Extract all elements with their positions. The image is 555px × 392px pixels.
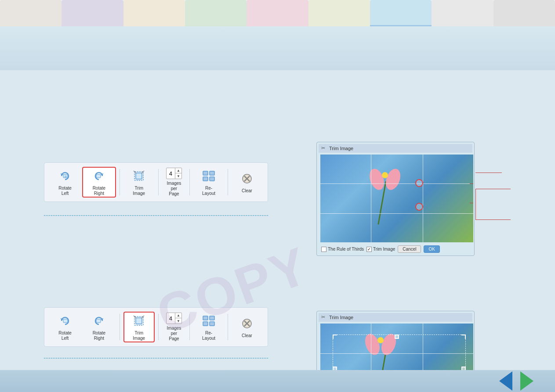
clear-label-1: Clear	[242, 188, 252, 194]
stepper-down-1[interactable]: ▼	[175, 173, 181, 179]
dialog-footer-1: The Rule of Thirds ✓ Trim Image Cancel O…	[319, 244, 472, 254]
prev-arrow-icon	[499, 371, 512, 391]
clear-button-2[interactable]: Clear	[232, 312, 262, 342]
rotate-right-button-2[interactable]: Rotate Right	[82, 312, 116, 342]
svg-line-6	[141, 171, 144, 173]
tab-1[interactable]	[0, 0, 62, 26]
prev-nav-arrow[interactable]	[495, 370, 516, 392]
divider-8	[228, 314, 228, 340]
trim-image-button-1[interactable]: Trim Image	[123, 167, 155, 198]
clear-label-2: Clear	[242, 333, 252, 338]
rotate-right-label-1: Rotate Right	[87, 186, 110, 196]
svg-rect-14	[63, 319, 68, 323]
divider-1	[120, 169, 120, 195]
svg-rect-15	[96, 319, 101, 323]
rotate-right-icon	[91, 168, 107, 184]
divider-2	[158, 169, 159, 195]
dialog-image-area-1	[320, 155, 473, 242]
flower-center-2	[377, 337, 384, 343]
rotate-left-icon-2	[57, 313, 73, 329]
rotate-left-button-2[interactable]: Rotate Left	[50, 312, 80, 342]
svg-rect-4	[136, 173, 142, 179]
tab-8[interactable]	[432, 0, 493, 26]
stepper-input-1[interactable]: 4 ▲ ▼	[166, 168, 182, 179]
divider-3	[189, 169, 190, 195]
tab-5[interactable]	[247, 0, 308, 26]
dialog-titlebar-1: ✂ Trim Image	[319, 144, 472, 153]
clear-button-1[interactable]: Clear	[232, 167, 262, 198]
rotate-right-icon-2	[91, 313, 107, 329]
svg-rect-23	[210, 322, 214, 326]
tab-7-active[interactable]	[370, 0, 432, 26]
bottom-navigation	[0, 370, 555, 392]
toolbar-panel-1: ⊞ Rotate Left Rotate Right	[44, 162, 268, 202]
stepper-arrows-2[interactable]: ▲ ▼	[175, 313, 181, 324]
cancel-button-1[interactable]: Cancel	[398, 245, 421, 253]
trim-image-cb-wrap-1: ✓ Trim Image	[366, 247, 395, 252]
flower-image-1	[320, 155, 473, 242]
re-layout-icon-2	[201, 313, 217, 329]
trim-image-button-2[interactable]: Trim Image	[123, 312, 155, 342]
callout-ext-2	[475, 189, 511, 189]
svg-rect-20	[203, 316, 208, 320]
next-nav-arrow[interactable]	[516, 370, 537, 392]
svg-rect-2	[96, 174, 101, 178]
rule-of-thirds-checkbox-1[interactable]	[321, 247, 326, 252]
stepper-input-2[interactable]: 4 ▲ ▼	[166, 313, 182, 324]
tab-6[interactable]	[308, 0, 370, 26]
tab-2[interactable]	[62, 0, 123, 26]
dialog-title-text-1: Trim Image	[329, 146, 353, 151]
dialog-title-icon-1: ✂	[321, 145, 327, 151]
callout-ext-vert	[475, 189, 476, 219]
main-content: COPY ⊞ Rotate Left	[0, 70, 555, 374]
callout-line-1	[470, 183, 473, 184]
images-per-page-label-1: Imagesper Page	[166, 181, 182, 197]
tab-4[interactable]	[185, 0, 247, 26]
corner-handle-tl[interactable]	[333, 334, 337, 339]
trim-icon-2	[131, 313, 147, 329]
callout-ext-3	[475, 219, 511, 220]
svg-text:⊞: ⊞	[65, 175, 67, 178]
corner-handle-tr[interactable]	[461, 334, 466, 339]
trim-icon-1	[131, 168, 147, 184]
next-arrow-icon	[520, 371, 533, 391]
re-layout-label-1: Re-Layout	[199, 186, 219, 196]
stepper-down-2[interactable]: ▼	[175, 318, 181, 324]
rotate-right-button-1[interactable]: Rotate Right	[82, 167, 116, 198]
clear-icon-2	[239, 316, 255, 331]
stepper-up-1[interactable]: ▲	[175, 168, 181, 173]
ok-button-1[interactable]: OK	[424, 245, 439, 253]
trim-image-checkbox-1[interactable]: ✓	[366, 247, 372, 252]
rotate-left-icon: ⊞	[57, 168, 73, 184]
svg-rect-17	[136, 318, 142, 324]
flower-bg-1	[320, 155, 473, 242]
mid-handle-t[interactable]	[395, 334, 399, 339]
stepper-arrows-1[interactable]: ▲ ▼	[175, 168, 181, 179]
svg-rect-8	[210, 171, 214, 175]
trim-image-label-1: Trim Image	[129, 186, 149, 196]
rotate-left-button-1[interactable]: ⊞ Rotate Left	[50, 167, 80, 198]
divider-5	[120, 314, 120, 340]
circle-handle-1b[interactable]	[415, 203, 423, 211]
images-per-page-wrap-1: 4 ▲ ▼ Imagesper Page	[162, 167, 186, 198]
tab-3[interactable]	[123, 0, 185, 26]
rule-of-thirds-label-1: The Rule of Thirds	[328, 247, 364, 252]
svg-line-19	[141, 316, 144, 318]
divider-7	[189, 314, 190, 340]
tab-9[interactable]	[493, 0, 555, 26]
divider-6	[158, 314, 159, 340]
circle-handle-1a[interactable]	[415, 179, 423, 187]
callout-ext-1	[475, 173, 502, 173]
re-layout-button-1[interactable]: Re-Layout	[193, 167, 224, 198]
svg-rect-22	[203, 322, 208, 326]
header-area	[0, 26, 555, 70]
svg-line-18	[134, 316, 136, 318]
callout-line-2	[470, 203, 473, 203]
re-layout-icon-1	[201, 168, 217, 184]
toolbar-panel-2: Rotate Left Rotate Right	[44, 307, 268, 347]
re-layout-button-2[interactable]: Re-Layout	[193, 312, 224, 342]
top-tab-strip	[0, 0, 555, 26]
stepper-up-2[interactable]: ▲	[175, 313, 181, 318]
dialog-title-icon-2: ✂	[321, 314, 327, 320]
svg-line-5	[134, 171, 136, 173]
